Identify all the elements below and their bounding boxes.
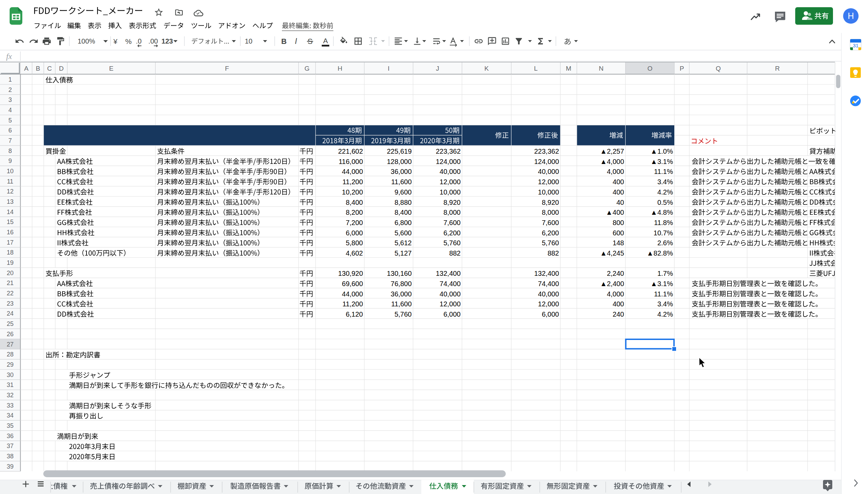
svg-text:7,600: 7,600 [542, 219, 559, 226]
svg-text:.00: .00 [148, 37, 158, 45]
svg-text:44,000: 44,000 [342, 168, 363, 175]
svg-text:C: C [47, 65, 52, 72]
svg-text:7,200: 7,200 [346, 219, 363, 226]
svg-text:12,000: 12,000 [439, 300, 460, 308]
svg-text:1: 1 [8, 76, 12, 83]
svg-text:44,000: 44,000 [342, 290, 363, 298]
svg-text:6,000: 6,000 [346, 229, 363, 237]
svg-text:1.7%: 1.7% [657, 270, 673, 277]
svg-text:74,400: 74,400 [439, 280, 460, 287]
svg-text:▲400: ▲400 [606, 209, 624, 216]
svg-text:8: 8 [8, 148, 12, 154]
svg-text:223,362: 223,362 [534, 148, 559, 155]
svg-text:221,602: 221,602 [338, 148, 363, 155]
svg-text:E: E [109, 65, 114, 72]
svg-text:33: 33 [7, 402, 13, 409]
svg-text:400: 400 [613, 188, 624, 196]
svg-text:6: 6 [8, 127, 12, 134]
svg-text:N: N [599, 65, 604, 72]
svg-text:▲4,245: ▲4,245 [600, 249, 624, 257]
svg-text:882: 882 [449, 249, 460, 257]
svg-text:36: 36 [7, 433, 13, 439]
svg-text:24: 24 [7, 310, 13, 317]
svg-text:14: 14 [7, 209, 13, 215]
svg-text:3.4%: 3.4% [657, 178, 673, 186]
svg-text:8,400: 8,400 [346, 199, 363, 206]
svg-text:2: 2 [8, 86, 12, 93]
svg-text:11,600: 11,600 [391, 300, 412, 308]
svg-text:A: A [323, 37, 328, 45]
svg-text:5,760: 5,760 [542, 239, 559, 247]
svg-text:5,760: 5,760 [395, 310, 412, 318]
svg-text:34: 34 [7, 412, 13, 419]
svg-text:10: 10 [7, 168, 13, 175]
svg-text:4: 4 [8, 107, 12, 114]
svg-text:O: O [647, 65, 652, 72]
svg-text:5,127: 5,127 [395, 249, 412, 257]
svg-text:132,400: 132,400 [436, 270, 460, 277]
svg-text:12,000: 12,000 [538, 300, 559, 308]
svg-text:B: B [281, 37, 287, 46]
svg-text:D: D [59, 65, 64, 72]
svg-text:¥: ¥ [113, 37, 117, 45]
svg-text:11,600: 11,600 [391, 178, 412, 186]
svg-text:31: 31 [853, 43, 859, 48]
svg-text:30: 30 [7, 372, 13, 378]
svg-text:6,800: 6,800 [395, 219, 412, 226]
svg-text:132,400: 132,400 [534, 270, 559, 277]
svg-text:Q: Q [716, 65, 721, 72]
svg-text:7,600: 7,600 [443, 219, 460, 226]
svg-text:fx: fx [6, 52, 12, 61]
svg-text:29: 29 [7, 361, 13, 368]
svg-text:20: 20 [7, 270, 13, 277]
svg-text:25: 25 [7, 320, 13, 327]
svg-text:225,619: 225,619 [387, 148, 412, 155]
svg-text:H: H [848, 11, 854, 21]
svg-text:223,362: 223,362 [436, 148, 460, 155]
svg-text:10,200: 10,200 [342, 188, 363, 196]
svg-text:74,400: 74,400 [538, 280, 559, 287]
svg-text:130,160: 130,160 [387, 270, 412, 277]
svg-text:36,000: 36,000 [391, 168, 412, 175]
svg-text:L: L [534, 65, 538, 72]
svg-text:40,000: 40,000 [439, 290, 460, 298]
svg-text:▲2,400: ▲2,400 [600, 280, 624, 287]
svg-text:A: A [24, 65, 28, 72]
svg-text:800: 800 [613, 219, 624, 226]
svg-text:6,200: 6,200 [443, 229, 460, 237]
svg-text:4.2%: 4.2% [657, 310, 673, 318]
svg-text:6,120: 6,120 [346, 310, 363, 318]
svg-text:10,000: 10,000 [538, 188, 559, 196]
svg-text:31: 31 [7, 381, 13, 388]
svg-text:39: 39 [7, 463, 13, 470]
svg-text:37: 37 [7, 443, 13, 449]
svg-text:11.8%: 11.8% [654, 219, 673, 226]
svg-text:23: 23 [7, 300, 13, 307]
svg-text:F: F [225, 65, 229, 72]
svg-text:8,400: 8,400 [395, 209, 412, 216]
svg-text:▲3.1%: ▲3.1% [651, 280, 673, 287]
svg-text:▲2,257: ▲2,257 [600, 148, 624, 155]
svg-text:148: 148 [613, 239, 624, 247]
svg-text:11,200: 11,200 [342, 178, 363, 186]
svg-text:%: % [125, 37, 132, 45]
svg-text:▲4.8%: ▲4.8% [651, 209, 673, 216]
svg-text:123: 123 [161, 37, 173, 45]
svg-text:4.2%: 4.2% [657, 188, 673, 196]
svg-text:B: B [36, 65, 40, 72]
svg-text:19: 19 [7, 259, 13, 266]
svg-text:8,920: 8,920 [542, 199, 559, 206]
svg-text:8,880: 8,880 [395, 199, 412, 206]
svg-text:12,000: 12,000 [538, 178, 559, 186]
svg-text:11: 11 [7, 178, 13, 185]
svg-text:6,000: 6,000 [542, 310, 559, 318]
svg-text:4,000: 4,000 [607, 290, 624, 298]
svg-text:.0: .0 [136, 37, 142, 45]
svg-text:5,612: 5,612 [395, 239, 412, 247]
svg-text:8,200: 8,200 [346, 209, 363, 216]
svg-text:6,000: 6,000 [443, 310, 460, 318]
svg-text:8,000: 8,000 [542, 209, 559, 216]
svg-text:116,000: 116,000 [339, 158, 363, 165]
svg-text:K: K [484, 65, 489, 72]
svg-text:400: 400 [613, 300, 624, 308]
